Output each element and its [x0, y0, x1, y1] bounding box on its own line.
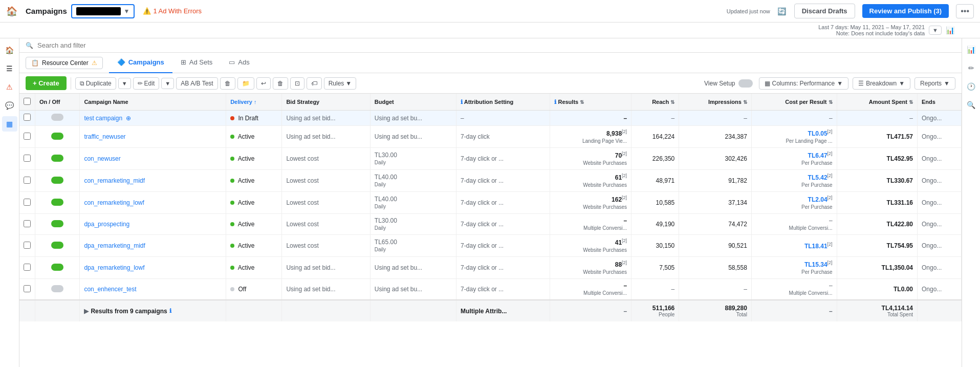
table-row: con_newuser Active Lowest cost TL30.00Da…	[19, 148, 962, 170]
breakdown-button[interactable]: ☰ Breakdown ▼	[853, 77, 910, 90]
select-all-checkbox[interactable]	[24, 98, 31, 105]
undo-button[interactable]: ↩	[256, 77, 271, 90]
rules-button[interactable]: Rules ▼	[324, 77, 357, 90]
row-ends: Ongo...	[917, 148, 961, 170]
ab-label: A/B Test	[190, 80, 213, 87]
edit-dropdown-button[interactable]: ▼	[161, 78, 174, 89]
trash-button[interactable]: 🗑	[273, 77, 288, 90]
row-checkbox[interactable]	[19, 279, 35, 300]
row-results: –	[550, 111, 631, 126]
right-sidebar-search-icon[interactable]: 🔍	[964, 98, 978, 112]
row-campaign-name[interactable]: dpa_prospecting	[80, 214, 226, 235]
sidebar-item-alert[interactable]: ⚠	[2, 79, 17, 95]
row-campaign-name[interactable]: test campaign ⊕	[80, 111, 226, 126]
footer-info-icon[interactable]: ℹ	[169, 308, 171, 314]
row-campaign-name[interactable]: traffic_newuser	[80, 126, 226, 148]
row-amount-spent: TL331.16	[837, 192, 917, 214]
tab-ads[interactable]: ▭ Ads	[221, 53, 257, 73]
archive-button[interactable]: 📁	[237, 77, 254, 90]
row-toggle[interactable]	[35, 111, 80, 126]
duplicate-dropdown-button[interactable]: ▼	[118, 78, 131, 89]
row-budget: Using ad set bu...	[370, 126, 456, 148]
search-bar: 🔍	[19, 38, 962, 53]
view-setup-toggle[interactable]	[738, 79, 753, 88]
header-campaign-name[interactable]: Campaign Name	[80, 94, 226, 111]
row-toggle[interactable]	[35, 279, 80, 300]
sidebar-item-chat[interactable]: 💬	[2, 98, 17, 113]
delete-button[interactable]: 🗑	[220, 77, 235, 90]
refresh-icon[interactable]: 🔄	[777, 7, 786, 15]
resource-center-button[interactable]: 📋 Resource Center ⚠	[26, 57, 103, 69]
row-toggle[interactable]	[35, 170, 80, 192]
tab-adsets[interactable]: ⊞ Ad Sets	[172, 53, 221, 73]
create-button[interactable]: + Create	[26, 76, 67, 90]
row-attribution: 7-day click or ...	[456, 148, 550, 170]
row-toggle[interactable]	[35, 192, 80, 214]
search-input[interactable]	[37, 41, 955, 49]
footer-results-label: Results from 9 campaigns	[91, 308, 167, 315]
row-cost-per-result: TL2.04[2]Per Purchase	[751, 192, 837, 214]
campaign-select[interactable]: ▼	[71, 4, 135, 18]
row-ends: Ongo...	[917, 170, 961, 192]
columns-button[interactable]: ▦ Columns: Performance ▼	[759, 77, 849, 90]
row-checkbox[interactable]	[19, 111, 35, 126]
row-campaign-name[interactable]: con_remarketing_lowf	[80, 192, 226, 214]
row-toggle[interactable]	[35, 148, 80, 170]
tab-campaigns[interactable]: 🔷 Campaigns	[109, 53, 172, 73]
row-toggle[interactable]	[35, 126, 80, 148]
duplicate-button[interactable]: ⧉ Duplicate	[75, 77, 116, 90]
export-button[interactable]: ⊡	[290, 77, 304, 90]
review-publish-button[interactable]: Review and Publish (3)	[862, 4, 949, 18]
edit-button[interactable]: ✏ Edit	[133, 77, 160, 90]
date-range-dropdown-icon[interactable]: ▼	[929, 26, 942, 35]
duplicate-icon: ⧉	[80, 80, 84, 87]
row-checkbox[interactable]	[19, 214, 35, 235]
reports-button[interactable]: Reports ▼	[914, 77, 955, 90]
nav-home-icon[interactable]: 🏠	[6, 6, 17, 17]
row-checkbox[interactable]	[19, 192, 35, 214]
row-attribution: 7-day click or ...	[456, 192, 550, 214]
row-amount-spent: TL471.57	[837, 126, 917, 148]
left-sidebar: 🏠 ☰ ⚠ 💬 ▦	[0, 38, 19, 367]
campaign-select-value	[76, 7, 121, 15]
row-checkbox[interactable]	[19, 148, 35, 170]
right-sidebar-edit-icon[interactable]: ✏	[964, 61, 978, 75]
row-toggle[interactable]	[35, 214, 80, 235]
row-impressions: 91,782	[679, 170, 752, 192]
footer-expand-icon[interactable]: ▶	[84, 308, 89, 315]
table-container: On / Off Campaign Name Delivery ↑ Bid St…	[19, 94, 962, 367]
row-checkbox[interactable]	[19, 235, 35, 257]
row-checkbox[interactable]	[19, 170, 35, 192]
ab-test-button[interactable]: AB A/B Test	[176, 77, 217, 90]
row-toggle[interactable]	[35, 257, 80, 279]
row-bid-strategy: Using ad set bid...	[282, 257, 370, 279]
chart-icon[interactable]: 📊	[946, 26, 954, 34]
error-badge[interactable]: ⚠️ 1 Ad With Errors	[143, 7, 202, 15]
rules-label: Rules	[329, 80, 344, 87]
row-reach: –	[631, 279, 679, 300]
row-checkbox[interactable]	[19, 257, 35, 279]
row-campaign-name[interactable]: con_enhencer_test	[80, 279, 226, 300]
row-checkbox[interactable]	[19, 126, 35, 148]
row-delivery: Active	[226, 214, 282, 235]
right-sidebar-clock-icon[interactable]: 🕐	[964, 79, 978, 94]
more-options-button[interactable]: •••	[956, 4, 974, 18]
row-campaign-name[interactable]: dpa_remarketing_midf	[80, 235, 226, 257]
discard-drafts-button[interactable]: Discard Drafts	[794, 4, 855, 18]
tag-button[interactable]: 🏷	[307, 77, 322, 90]
header-delivery[interactable]: Delivery ↑	[226, 94, 282, 111]
row-campaign-name[interactable]: con_newuser	[80, 148, 226, 170]
search-icon: 🔍	[26, 42, 33, 49]
right-sidebar-bar-icon[interactable]: 📊	[964, 42, 978, 57]
row-cost-per-result: TL18.41[2]	[751, 235, 837, 257]
row-ends: Ongo...	[917, 192, 961, 214]
row-budget: Using ad set bu...	[370, 111, 456, 126]
sidebar-item-menu[interactable]: ☰	[2, 61, 17, 76]
row-results: 61[2]Website Purchases	[550, 170, 631, 192]
sidebar-item-home[interactable]: 🏠	[2, 42, 17, 58]
row-campaign-name[interactable]: con_remarketing_midf	[80, 170, 226, 192]
row-campaign-name[interactable]: dpa_remarketing_lowf	[80, 257, 226, 279]
row-toggle[interactable]	[35, 235, 80, 257]
sidebar-item-grid[interactable]: ▦	[2, 116, 17, 132]
top-nav-title: Campaigns	[26, 7, 67, 15]
